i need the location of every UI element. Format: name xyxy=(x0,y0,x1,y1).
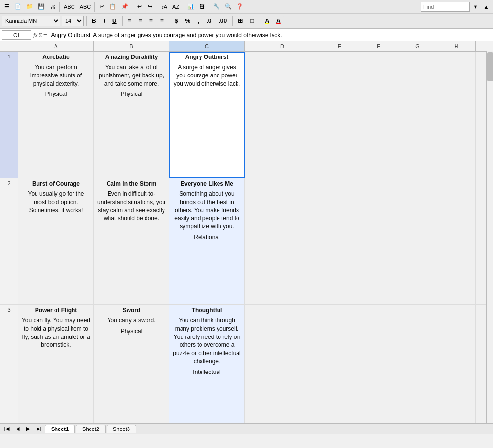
italic-btn[interactable]: I xyxy=(101,16,108,26)
col-header-c[interactable]: C xyxy=(169,41,245,51)
cell-f2[interactable] xyxy=(359,178,398,304)
align-justify-btn[interactable]: ≡ xyxy=(157,16,166,26)
cell-h2[interactable] xyxy=(437,178,476,304)
redo-btn[interactable]: ↪ xyxy=(145,1,155,12)
col-header-d[interactable]: D xyxy=(245,41,320,51)
cell-h3[interactable] xyxy=(437,305,476,431)
find-box: ▼ ▲ xyxy=(421,1,491,12)
font-color-btn[interactable]: A xyxy=(274,16,284,26)
align-left-btn[interactable]: ≡ xyxy=(125,16,134,26)
cell-a3[interactable]: Power of Flight You can fly. You may nee… xyxy=(18,305,94,431)
undo-btn[interactable]: ↩ xyxy=(134,1,144,12)
cell-e3[interactable] xyxy=(320,305,359,431)
col-headers: A B C D E F G H I xyxy=(0,41,493,52)
cell-a1[interactable]: Acrobatic You can perform impressive stu… xyxy=(18,52,94,178)
sigma-icon: Σ xyxy=(38,31,42,39)
cell-g3[interactable] xyxy=(398,305,437,431)
spellcheck2-btn[interactable]: ABC xyxy=(78,1,93,12)
cell-d3[interactable] xyxy=(245,305,320,431)
cell-c1-desc: A surge of anger gives you courage and p… xyxy=(172,63,241,88)
sheet-tab-2[interactable]: Sheet2 xyxy=(76,425,106,433)
toolbar-row2: Kannada MN 14 B I U ≡ ≡ ≡ ≡ $ % , .0 .00… xyxy=(0,14,493,28)
col-header-g[interactable]: G xyxy=(398,41,437,51)
formula-input[interactable] xyxy=(49,32,491,38)
cell-c1-title: Angry Outburst xyxy=(172,54,241,60)
print-btn[interactable]: 🖨 xyxy=(48,1,57,12)
formula-icons: fx Σ = xyxy=(33,31,47,39)
percent-btn[interactable]: % xyxy=(182,16,193,26)
cell-g2[interactable] xyxy=(398,178,437,304)
col-header-f[interactable]: F xyxy=(359,41,398,51)
dec-decrease-btn[interactable]: .00 xyxy=(216,16,230,26)
cell-d2[interactable] xyxy=(245,178,320,304)
scrollbar-thumb[interactable] xyxy=(487,52,493,81)
border-btn[interactable]: □ xyxy=(247,16,256,26)
help-btn[interactable]: ❓ xyxy=(235,1,245,12)
cell-c1[interactable]: Angry Outburst A surge of anger gives yo… xyxy=(169,52,245,178)
open-btn[interactable]: 📁 xyxy=(24,1,35,12)
merge-btn[interactable]: ⊞ xyxy=(235,16,246,26)
dec-increase-btn[interactable]: .0 xyxy=(203,16,214,26)
cell-b2[interactable]: Calm in the Storm Even in difficult-to-u… xyxy=(94,178,169,304)
cell-a2[interactable]: Burst of Courage You usually go for the … xyxy=(18,178,94,304)
align-right-btn[interactable]: ≡ xyxy=(146,16,156,26)
chart-btn[interactable]: 📊 xyxy=(185,1,196,12)
vertical-scrollbar[interactable] xyxy=(486,51,493,423)
highlight-btn[interactable]: A xyxy=(262,16,272,26)
find-down-btn[interactable]: ▼ xyxy=(471,1,480,12)
new-btn[interactable]: 📄 xyxy=(13,1,23,12)
table-row: 2 Burst of Courage You usually go for th… xyxy=(0,178,493,305)
cell-f1[interactable] xyxy=(359,52,398,178)
sheet-prev-btn[interactable]: ◀ xyxy=(13,424,22,434)
font-select[interactable]: Kannada MN xyxy=(2,16,60,26)
cell-g1[interactable] xyxy=(398,52,437,178)
cell-b3[interactable]: Sword You carry a sword. Physical xyxy=(94,305,169,431)
cell-a3-content: Power of Flight You can fly. You may nee… xyxy=(21,307,91,352)
cell-d1[interactable] xyxy=(245,52,320,178)
sep8 xyxy=(122,16,123,26)
comma-btn[interactable]: , xyxy=(195,16,202,26)
sheet-tab-1[interactable]: Sheet1 xyxy=(45,425,75,433)
cell-b3-type: Physical xyxy=(97,328,166,335)
currency-btn[interactable]: $ xyxy=(172,16,181,26)
cell-e2[interactable] xyxy=(320,178,359,304)
spellcheck-btn[interactable]: ABC xyxy=(62,1,77,12)
find-input[interactable] xyxy=(421,2,470,12)
cell-c2[interactable]: Everyone Likes Me Something about you br… xyxy=(169,178,245,304)
cell-c3-type: Intellectual xyxy=(172,369,241,375)
sort-btn[interactable]: ↕A xyxy=(159,1,169,12)
paste-btn[interactable]: 📌 xyxy=(119,1,130,12)
size-select[interactable]: 14 xyxy=(62,16,84,26)
sheet-last-btn[interactable]: ▶| xyxy=(34,424,44,434)
cell-a2-content: Burst of Courage You usually go for the … xyxy=(21,180,91,217)
cell-reference-input[interactable]: C1 xyxy=(2,30,31,40)
cell-e1[interactable] xyxy=(320,52,359,178)
cell-c2-content: Everyone Likes Me Something about you br… xyxy=(172,180,241,241)
col-header-e[interactable]: E xyxy=(320,41,359,51)
sort2-btn[interactable]: AZ xyxy=(170,1,181,12)
format-btn[interactable]: 🔧 xyxy=(211,1,222,12)
search-btn[interactable]: 🔍 xyxy=(223,1,234,12)
sheet-next-btn[interactable]: ▶ xyxy=(23,424,33,434)
save-btn[interactable]: 💾 xyxy=(36,1,47,12)
menu-btn[interactable]: ☰ xyxy=(2,1,12,12)
image-btn[interactable]: 🖼 xyxy=(197,1,207,12)
sheet-first-btn[interactable]: |◀ xyxy=(2,424,12,434)
col-header-h[interactable]: H xyxy=(437,41,476,51)
find-up-btn[interactable]: ▲ xyxy=(481,1,491,12)
row-num-corner xyxy=(0,41,18,51)
bold-btn[interactable]: B xyxy=(89,16,99,26)
underline-btn[interactable]: U xyxy=(110,16,120,26)
cell-b1[interactable]: Amazing Durability You can take a lot of… xyxy=(94,52,169,178)
sheet-tab-3[interactable]: Sheet3 xyxy=(107,425,136,433)
align-center-btn[interactable]: ≡ xyxy=(136,16,145,26)
sep9 xyxy=(169,16,169,26)
cell-f3[interactable] xyxy=(359,305,398,431)
col-header-i[interactable]: I xyxy=(476,41,493,51)
copy-btn[interactable]: 📋 xyxy=(108,1,118,12)
col-header-b[interactable]: B xyxy=(94,41,169,51)
cut-btn[interactable]: ✂ xyxy=(97,1,107,12)
col-header-a[interactable]: A xyxy=(18,41,94,51)
cell-h1[interactable] xyxy=(437,52,476,178)
cell-c3[interactable]: Thoughtful You can think through many pr… xyxy=(169,305,245,431)
